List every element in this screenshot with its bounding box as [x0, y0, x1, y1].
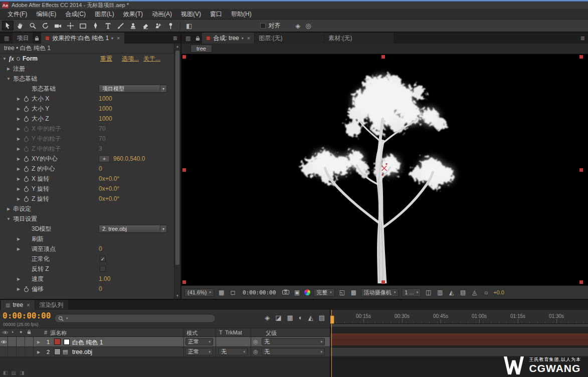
axis-mode-icon[interactable]: ◈ [293, 22, 302, 30]
group-expander-icon[interactable]: ▶ [5, 207, 12, 211]
layer-trkmat-dropdown[interactable]: 无▾ [219, 348, 248, 355]
fast-previews-icon[interactable]: ◭ [447, 289, 456, 296]
selection-tool[interactable] [2, 21, 14, 31]
effect-row[interactable]: ▶Z 的中心0 [0, 164, 180, 174]
hand-tool[interactable] [15, 21, 26, 31]
property-expander-icon[interactable]: ▶ [15, 157, 22, 161]
search-input[interactable]: ▾ [54, 314, 216, 323]
layer-audio-toggle[interactable] [9, 347, 17, 356]
menu-item-4[interactable]: 效果(T) [119, 10, 147, 19]
property-expander-icon[interactable]: ▶ [15, 237, 22, 241]
layer-mode-dropdown[interactable]: 正常▾ [185, 338, 213, 345]
property-expander-icon[interactable]: ▶ [15, 127, 22, 131]
layer-row[interactable]: ▶ 2 ▤ tree.obj 正常▾ 无▾ ◎ 无▾ [0, 347, 330, 357]
layer-expander-icon[interactable]: ▶ [37, 350, 40, 354]
about-link[interactable]: 关于... [143, 55, 160, 63]
property-expander-icon[interactable]: ▶ [15, 197, 22, 201]
effect-row[interactable]: ▶Y 中的粒子70 [0, 134, 180, 144]
layer-parent-dropdown[interactable]: 无▾ [262, 348, 325, 355]
shape-tool[interactable] [77, 21, 89, 31]
roto-brush-tool[interactable] [152, 21, 164, 31]
tab-timeline-tree[interactable]: ▥ tree × [1, 300, 35, 310]
menu-item-0[interactable]: 文件(F) [3, 10, 32, 19]
property-expander-icon[interactable]: ▶ [15, 167, 22, 171]
layer-label-chip[interactable] [54, 338, 61, 345]
pixel-aspect-icon[interactable]: ▥ [436, 289, 444, 296]
parent-pickwhip-icon[interactable]: ◎ [253, 348, 258, 355]
magnification-dropdown[interactable]: (41.6%)▾ [184, 288, 214, 297]
layer-row[interactable]: ▶ 1 白色 纯色 1 正常▾ ◎ 无▾ [0, 337, 330, 347]
stopwatch-icon[interactable] [22, 186, 31, 192]
target-icon[interactable]: ◎ [303, 22, 313, 30]
grid-guides-icon[interactable]: ▦ [217, 289, 226, 296]
comp-handle-top-right[interactable] [579, 55, 583, 59]
property-value[interactable]: 0 [99, 285, 102, 292]
property-dropdown[interactable]: 2. tree.obj▾ [99, 225, 167, 233]
snap-checkbox[interactable] [260, 23, 266, 29]
effect-row[interactable]: ▶X 旋转0x+0.0° [0, 174, 180, 184]
property-value[interactable]: 1000 [99, 95, 112, 102]
camera-tool[interactable] [52, 21, 64, 31]
trkmat-column[interactable]: TrkMat [225, 329, 242, 335]
menu-item-8[interactable]: 帮助(H) [227, 10, 256, 19]
stopwatch-icon[interactable] [22, 126, 31, 132]
fx-badge-icon[interactable]: fx [9, 55, 14, 63]
tab-caret-icon[interactable]: ▾ [111, 36, 113, 41]
property-expander-icon[interactable]: ▶ [15, 117, 22, 121]
panel-menu-icon[interactable]: ≣ [577, 33, 588, 44]
exposure-value[interactable]: +0.0 [493, 289, 504, 295]
property-expander-icon[interactable]: ▶ [15, 97, 22, 101]
menu-item-6[interactable]: 视图(V) [176, 10, 206, 19]
effect-row[interactable]: ▶刷新 [0, 234, 180, 244]
property-value[interactable]: 0x+0.0° [99, 185, 119, 192]
mask-visibility-icon[interactable]: ◻ [229, 289, 237, 296]
property-checkbox[interactable] [100, 266, 106, 272]
tab-close-icon[interactable]: × [117, 35, 120, 41]
layer-name[interactable]: tree.obj [72, 348, 92, 355]
mode-column[interactable]: 模式 [186, 329, 198, 337]
effect-header[interactable]: ▼ fx Form 重置 选项... 关于... [0, 54, 180, 64]
stopwatch-icon[interactable] [22, 146, 31, 152]
effect-row[interactable]: ▶速度1.00 [0, 274, 180, 284]
group-expander-icon[interactable]: ▼ [5, 217, 12, 221]
menu-item-1[interactable]: 编辑(E) [32, 10, 61, 19]
playhead-head[interactable] [330, 315, 334, 324]
effect-row[interactable]: 正常化✓ [0, 254, 180, 264]
menu-item-3[interactable]: 图层(L) [90, 10, 119, 19]
pen-tool[interactable] [90, 21, 101, 31]
view-layout-dropdown[interactable]: 1 ...▾ [402, 288, 421, 297]
eraser-tool[interactable] [140, 21, 151, 31]
effect-row[interactable]: 形态基础项目模型▾ [0, 84, 180, 94]
effect-row[interactable]: 3D模型2. tree.obj▾ [0, 224, 180, 234]
snapshot-icon[interactable] [281, 289, 290, 296]
point-picker-icon[interactable]: + [99, 155, 110, 162]
property-expander-icon[interactable]: ▶ [15, 177, 22, 181]
effect-enable-icon[interactable] [17, 57, 20, 61]
tab-layer[interactable]: 图层:(无) [255, 33, 324, 44]
panel-menu-icon[interactable]: ≣ [170, 33, 180, 44]
comp-handle-mid-left[interactable] [182, 168, 186, 172]
timeline-button-icon[interactable]: ▤ [459, 289, 467, 296]
layer-solo-toggle[interactable] [17, 337, 25, 346]
comp-handle-mid-right[interactable] [579, 168, 583, 172]
property-value[interactable]: 960.0,540.0 [113, 155, 145, 162]
camera-dropdown[interactable]: 活动摄像机▾ [361, 288, 399, 297]
layer-visibility-toggle[interactable] [0, 337, 8, 346]
stopwatch-icon[interactable] [22, 176, 31, 182]
layer-bar-1[interactable] [330, 337, 588, 345]
layer-visibility-toggle[interactable] [0, 347, 8, 356]
current-timecode[interactable]: 0:00:00:00 [3, 311, 51, 320]
stopwatch-icon[interactable] [22, 136, 31, 142]
layer-audio-toggle[interactable] [9, 337, 17, 346]
shy-icon[interactable]: ▦ [287, 314, 293, 321]
reset-link[interactable]: 重置 [100, 55, 112, 63]
property-value[interactable]: 3 [99, 145, 102, 152]
panel-lock-icon[interactable] [33, 33, 41, 44]
comp-handle-top-center[interactable] [381, 55, 385, 59]
tab-composition[interactable]: 合成: tree ▾ × [202, 33, 254, 44]
effect-row[interactable]: ▶XY的中心+ 960.0,540.0 [0, 154, 180, 164]
tab-caret-icon[interactable]: ▾ [242, 36, 244, 41]
property-value[interactable]: 0x+0.0° [99, 195, 119, 202]
options-link[interactable]: 选项... [122, 55, 139, 63]
stopwatch-icon[interactable] [22, 196, 31, 202]
